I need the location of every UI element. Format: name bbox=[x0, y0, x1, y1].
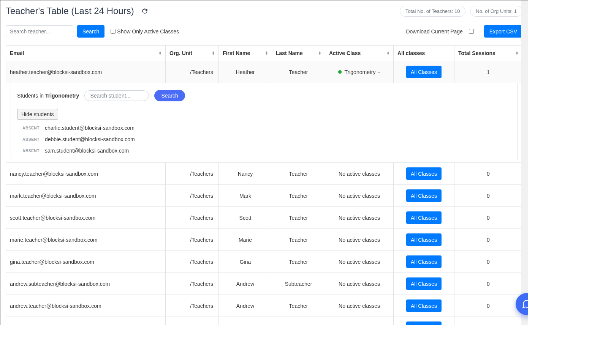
show-active-checkbox[interactable] bbox=[111, 29, 116, 34]
cell-email: sally.subteacher@blocksi-sandbox.com bbox=[6, 317, 166, 325]
org-units-pill: No. of Org Units: 1 bbox=[470, 6, 522, 17]
cell-first-name: Nancy bbox=[219, 163, 272, 184]
col-header-first-name[interactable]: First Name▲▼ bbox=[219, 46, 272, 61]
page-title: Teacher's Table (Last 24 Hours) bbox=[6, 6, 134, 17]
table-row[interactable]: andrew.teacher@blocksi-sandbox.com /Teac… bbox=[6, 295, 522, 317]
cell-last-name: Subteacher bbox=[272, 273, 325, 295]
all-classes-button[interactable]: All Classes bbox=[406, 189, 442, 202]
table-row[interactable]: andrew.subteacher@blocksi-sandbox.com /T… bbox=[6, 273, 522, 295]
cell-org: /Teachers bbox=[166, 61, 219, 83]
table-row[interactable]: marie.teacher@blocksi-sandbox.com /Teach… bbox=[6, 229, 522, 251]
cell-active-class: No active classes bbox=[325, 163, 394, 184]
cell-sessions: 0 bbox=[454, 273, 522, 295]
absent-badge: ABSENT bbox=[22, 137, 40, 142]
cell-sessions: 0 bbox=[454, 229, 522, 251]
total-teachers-pill: Total No. of Teachers: 10 bbox=[400, 6, 466, 17]
cell-active-class: No active classes bbox=[325, 229, 394, 251]
all-classes-button[interactable]: All Classes bbox=[406, 277, 442, 290]
col-header-all-classes: All classes bbox=[394, 46, 454, 61]
sort-icon: ▲▼ bbox=[318, 51, 321, 55]
search-input[interactable] bbox=[6, 25, 73, 37]
cell-last-name: Teacher bbox=[272, 295, 325, 317]
cell-sessions: 0 bbox=[454, 251, 522, 273]
active-dot-icon bbox=[338, 70, 342, 74]
no-active-label: No active classes bbox=[339, 303, 380, 309]
col-header-email[interactable]: Email▲▼ bbox=[6, 46, 166, 61]
download-current-checkbox[interactable] bbox=[469, 29, 474, 34]
refresh-icon[interactable] bbox=[141, 7, 149, 15]
cell-all-classes: All Classes bbox=[394, 317, 454, 325]
all-classes-button[interactable]: All Classes bbox=[406, 299, 442, 312]
all-classes-button[interactable]: All Classes bbox=[406, 211, 442, 224]
hide-students-button[interactable]: Hide students bbox=[17, 109, 58, 120]
table-row[interactable]: mark.teacher@blocksi-sandbox.com /Teache… bbox=[6, 185, 522, 207]
cell-org: /Teachers bbox=[166, 317, 219, 325]
table-row[interactable]: nancy.teacher@blocksi-sandbox.com /Teach… bbox=[6, 163, 522, 185]
cell-sessions: 0 bbox=[454, 163, 522, 184]
no-active-label: No active classes bbox=[339, 171, 380, 177]
table-row[interactable]: gina.teacher@blocksi-sandbox.com /Teache… bbox=[6, 251, 522, 273]
cell-org: /Teachers bbox=[166, 207, 219, 228]
cell-active-class: Trigonometry⌄ bbox=[325, 61, 394, 83]
no-active-label: No active classes bbox=[339, 215, 380, 221]
cell-first-name: Heather bbox=[219, 61, 272, 83]
col-header-active-class[interactable]: Active Class▲▼ bbox=[325, 46, 394, 61]
cell-all-classes: All Classes bbox=[394, 163, 454, 184]
cell-active-class: No active classes bbox=[325, 295, 394, 317]
search-button[interactable]: Search bbox=[77, 25, 104, 38]
table-row[interactable]: heather.teacher@blocksi-sandbox.com /Tea… bbox=[6, 61, 522, 83]
cell-first-name: Andrew bbox=[219, 295, 272, 317]
all-classes-button[interactable]: All Classes bbox=[406, 66, 442, 78]
col-header-org[interactable]: Org. Unit▲▼ bbox=[166, 46, 219, 61]
cell-last-name: Teacher bbox=[272, 61, 325, 83]
cell-email: nancy.teacher@blocksi-sandbox.com bbox=[6, 163, 166, 184]
cell-last-name: Teacher bbox=[272, 207, 325, 228]
cell-org: /Teachers bbox=[166, 229, 219, 251]
col-header-last-name[interactable]: Last Name▲▼ bbox=[272, 46, 325, 61]
cell-org: /Teachers bbox=[166, 185, 219, 206]
all-classes-button[interactable]: All Classes bbox=[406, 255, 442, 268]
cell-org: /Teachers bbox=[166, 273, 219, 295]
show-active-classes-toggle[interactable]: Show Only Active Classes bbox=[111, 28, 179, 35]
all-classes-button[interactable]: All Classes bbox=[406, 321, 442, 325]
cell-all-classes: All Classes bbox=[394, 273, 454, 295]
all-classes-button[interactable]: All Classes bbox=[406, 233, 442, 246]
cell-last-name: Teacher bbox=[272, 229, 325, 251]
cell-sessions: 0 bbox=[454, 185, 522, 206]
sort-icon: ▲▼ bbox=[265, 51, 268, 55]
students-in-label: Students in Trigonometry bbox=[17, 93, 79, 99]
cell-email: marie.teacher@blocksi-sandbox.com bbox=[6, 229, 166, 251]
col-header-sessions[interactable]: Total Sessions▲▼ bbox=[454, 46, 522, 61]
header: Teacher's Table (Last 24 Hours) Total No… bbox=[6, 6, 522, 17]
cell-sessions: 1 bbox=[454, 61, 522, 83]
cell-first-name: Marie bbox=[219, 229, 272, 251]
export-csv-button[interactable]: Export CSV bbox=[484, 25, 522, 38]
table-header: Email▲▼ Org. Unit▲▼ First Name▲▼ Last Na… bbox=[6, 46, 522, 61]
sort-icon: ▲▼ bbox=[212, 51, 215, 55]
cell-org: /Teachers bbox=[166, 251, 219, 273]
search-student-button[interactable]: Search bbox=[154, 90, 185, 101]
cell-all-classes: All Classes bbox=[394, 185, 454, 206]
no-active-label: No active classes bbox=[339, 281, 380, 287]
cell-email: scott.teacher@blocksi-sandbox.com bbox=[6, 207, 166, 228]
cell-sessions: 0 bbox=[454, 207, 522, 228]
cell-last-name: Teacher bbox=[272, 163, 325, 184]
active-class-link[interactable]: Trigonometry⌄ bbox=[338, 69, 381, 75]
all-classes-button[interactable]: All Classes bbox=[406, 167, 442, 180]
cell-last-name: Teacher bbox=[272, 185, 325, 206]
cell-active-class: No active classes bbox=[325, 207, 394, 228]
table-row[interactable]: scott.teacher@blocksi-sandbox.com /Teach… bbox=[6, 207, 522, 229]
teachers-table: Email▲▼ Org. Unit▲▼ First Name▲▼ Last Na… bbox=[6, 45, 522, 325]
cell-email: gina.teacher@blocksi-sandbox.com bbox=[6, 251, 166, 273]
cell-first-name: Mark bbox=[219, 185, 272, 206]
cell-email: mark.teacher@blocksi-sandbox.com bbox=[6, 185, 166, 206]
cell-all-classes: All Classes bbox=[394, 61, 454, 83]
table-row[interactable]: sally.subteacher@blocksi-sandbox.com /Te… bbox=[6, 317, 522, 325]
student-row: ABSENT charlie.student@blocksi-sandbox.c… bbox=[22, 125, 513, 131]
sort-icon: ▲▼ bbox=[515, 51, 518, 55]
search-student-input[interactable] bbox=[84, 90, 149, 101]
cell-active-class: No active classes bbox=[325, 185, 394, 206]
cell-last-name: Teacher bbox=[272, 251, 325, 273]
cell-all-classes: All Classes bbox=[394, 229, 454, 251]
student-email: debbie.student@blocksi-sandbox.com bbox=[45, 136, 135, 142]
